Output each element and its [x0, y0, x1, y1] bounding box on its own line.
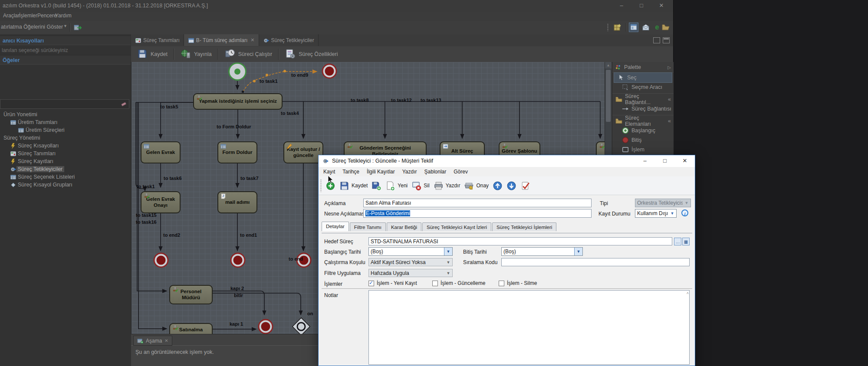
menu-item-1[interactable]: Araçlar: [3, 13, 20, 19]
dialog-tab[interactable]: Detaylar: [322, 222, 349, 231]
tree-item[interactable]: Üretim Tanımları: [0, 118, 130, 126]
checkbox-icon[interactable]: [368, 281, 374, 286]
nesne-input[interactable]: E-Posta Gönderimi: [363, 209, 592, 218]
end-event-node[interactable]: [322, 64, 337, 79]
notlar-textarea[interactable]: ˄: [368, 290, 690, 365]
aciklama-input[interactable]: Satın Alma Faturası: [363, 199, 592, 207]
lookup-button[interactable]: …: [674, 238, 681, 245]
menu-item-4[interactable]: Yardım: [55, 13, 72, 19]
tree-item[interactable]: Süreç Seçenek Listeleri: [0, 173, 130, 181]
end-event-node[interactable]: [258, 319, 273, 334]
tree-item[interactable]: Süreç Yönetimi: [0, 134, 130, 142]
palette-item[interactable]: Süreç Elemanları«: [612, 115, 674, 126]
export-icon[interactable]: [74, 23, 82, 32]
tree-item[interactable]: Süreç Tanımları: [0, 150, 130, 157]
minimize-pane-icon[interactable]: [653, 37, 660, 43]
stage-tab[interactable]: Aşama ✕: [133, 336, 172, 346]
minimize-button[interactable]: –: [615, 0, 628, 11]
palette-item[interactable]: Bitiş: [612, 135, 674, 145]
save-button[interactable]: Kaydet: [339, 181, 368, 191]
dialog-menu-item[interactable]: Yazdır: [402, 169, 417, 175]
down-button[interactable]: [506, 181, 516, 191]
start-event-node[interactable]: [228, 62, 247, 81]
approve-button[interactable]: Onay: [464, 181, 489, 191]
save-plus-button[interactable]: [372, 181, 381, 191]
run-button[interactable]: Süreci Çalıştır: [219, 46, 279, 62]
delete-button[interactable]: Sil: [411, 181, 429, 191]
dialog-menu-item[interactable]: Görev: [454, 169, 468, 175]
items-filter-input[interactable]: [0, 99, 129, 109]
end-event-node[interactable]: [230, 253, 246, 268]
dialog-tab[interactable]: Süreç Tetikleyici İşlemleri: [492, 222, 556, 231]
checkbox-row[interactable]: İşlem - Yeni Kayıt: [368, 280, 417, 286]
dialog-menu-item[interactable]: İlgili Kayıtlar: [367, 169, 395, 175]
palette-item[interactable]: Süreç Bağlantısı: [612, 104, 674, 114]
dialog-menu-item[interactable]: Kayıt: [323, 169, 335, 175]
process-node[interactable]: Satınalma Müdürü: [169, 323, 213, 334]
process-node[interactable]: Kayıt oluştur / güncelle: [283, 141, 323, 163]
dialog-tab[interactable]: Karar Betiği: [387, 222, 421, 231]
process-node[interactable]: Jmail adımı: [217, 191, 257, 213]
palette-header[interactable]: Palette ▷: [612, 62, 674, 73]
process-node[interactable]: Form Doldur: [217, 141, 257, 163]
dialog-tab[interactable]: Süreç Tetikleyici Kayıt İzleri: [422, 222, 491, 231]
print-button[interactable]: Yazdır: [434, 181, 460, 191]
editor-tab[interactable]: B- Tüm süreç adımları✕: [184, 34, 259, 46]
tree-item[interactable]: Ürün Yonetimi: [0, 111, 130, 118]
process-node[interactable]: Personel Müdürü: [169, 285, 213, 304]
process-node[interactable]: Yapmak istediğiniz işlemi seçiniz: [193, 93, 283, 110]
scroll-up-icon[interactable]: ˄: [687, 291, 689, 295]
palette-item[interactable]: Başlangıç: [612, 126, 674, 135]
checkbox-row[interactable]: İşlem - Silme: [499, 280, 537, 286]
reminder-dropdown[interactable]: atırlatma Öğelerini Göster: [1, 24, 63, 30]
palette-item[interactable]: İşlem: [612, 145, 674, 154]
process-node[interactable]: Gelen Evrak Onayı: [141, 191, 181, 213]
window-view-icon[interactable]: [629, 23, 638, 32]
check-button[interactable]: [520, 181, 530, 191]
close-button[interactable]: ✕: [654, 0, 668, 11]
hedef-surec-input[interactable]: STD-SATINALMA FATURASI: [368, 237, 672, 245]
publish-button[interactable]: Yayınla: [174, 46, 218, 62]
e-icon[interactable]: e: [653, 23, 661, 32]
dialog-close-button[interactable]: ✕: [677, 155, 692, 167]
chevron-down-icon[interactable]: ▼: [63, 24, 67, 28]
filtre-uygulama-select[interactable]: Hafızada Uygula ▼: [368, 269, 453, 277]
tree-item[interactable]: Süreç Kısayolları: [0, 142, 130, 150]
checkbox-row[interactable]: İşlem - Güncelleme: [432, 280, 485, 286]
kayit-durumu-select[interactable]: Kullanım Dışı ▼: [635, 209, 677, 218]
folder-icon[interactable]: [661, 23, 670, 32]
open-record-button[interactable]: ▦: [682, 238, 690, 245]
maximize-button[interactable]: □: [635, 0, 648, 11]
dialog-maximize-button[interactable]: □: [658, 155, 672, 167]
dialog-tab[interactable]: Filtre Tanımı: [350, 222, 386, 231]
close-icon[interactable]: ✕: [250, 37, 254, 43]
palette-item[interactable]: Seçme Aracı: [612, 82, 674, 92]
dialog-menu-item[interactable]: Tarihçe: [342, 169, 359, 175]
eraser-icon[interactable]: [121, 101, 127, 107]
tree-item[interactable]: Süreç Kısayol Grupları: [0, 181, 130, 189]
up-button[interactable]: [493, 181, 503, 191]
mail-icon[interactable]: [641, 23, 650, 32]
palette-item[interactable]: Seç: [614, 73, 672, 82]
bitis-tarihi-select[interactable]: (Boş) ▼: [501, 247, 583, 256]
menu-item-2[interactable]: İşlemler: [19, 13, 37, 19]
dialog-menu-item[interactable]: Şablonlar: [424, 169, 447, 175]
properties-button[interactable]: Süreç Özellikleri: [279, 46, 344, 62]
pin-icon[interactable]: «: [668, 96, 671, 102]
palette-item[interactable]: Süreç Bağlantıl...«: [612, 93, 674, 104]
process-node[interactable]: Gelen Evrak: [141, 141, 181, 163]
baslangic-tarihi-select[interactable]: (Boş) ▼: [368, 247, 453, 256]
maximize-pane-icon[interactable]: [663, 37, 670, 43]
dialog-minimize-button[interactable]: –: [638, 155, 652, 167]
close-icon[interactable]: ✕: [164, 338, 168, 343]
calistirma-kosulu-select[interactable]: Aktif Kayıt Süreci Yoksa ▼: [368, 258, 453, 266]
editor-tab[interactable]: Süreç Tetikleyiciler: [259, 34, 319, 46]
new-button[interactable]: Yeni: [385, 181, 408, 191]
tree-item[interactable]: Süreç Kayıtları: [0, 157, 130, 165]
checkbox-icon[interactable]: [432, 281, 438, 286]
editor-tab[interactable]: Süreç Tanımları: [131, 34, 184, 46]
siralama-kodu-input[interactable]: [501, 258, 690, 266]
end-event-node[interactable]: [154, 253, 169, 268]
menu-item-3[interactable]: Pencere: [37, 13, 57, 19]
checkbox-icon[interactable]: [499, 281, 504, 286]
